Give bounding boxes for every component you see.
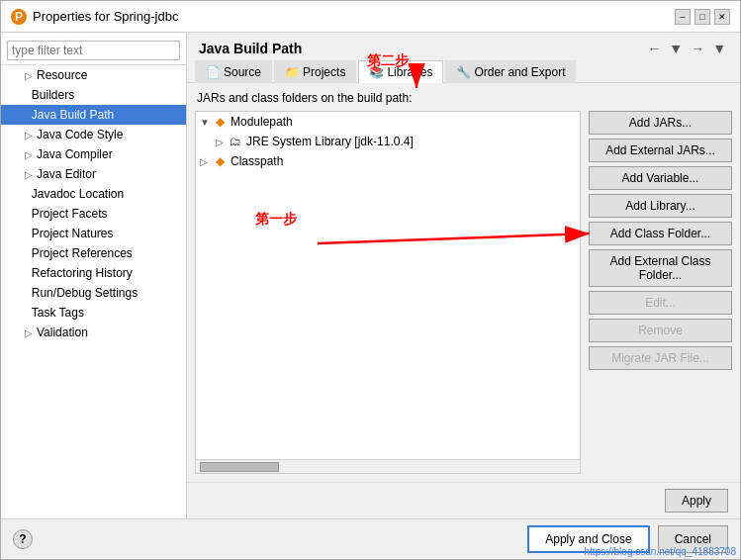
source-tab-icon: 📄 <box>206 65 220 79</box>
sidebar-item-project-references[interactable]: Project References <box>1 243 186 263</box>
sidebar-item-run-debug-settings[interactable]: Run/Debug Settings <box>1 283 186 303</box>
filter-box <box>1 37 186 65</box>
nav-back-button[interactable]: ← <box>645 41 663 56</box>
expand-arrow: ▷ <box>25 70 33 81</box>
sidebar-item-refactoring-history[interactable]: Refactoring History <box>1 263 186 283</box>
add-library-button[interactable]: Add Library... <box>589 194 732 218</box>
nav-dropdown2-button[interactable]: ▼ <box>710 41 728 56</box>
sidebar-item-resource[interactable]: ▷ Resource <box>1 65 186 85</box>
sidebar-item-java-code-style[interactable]: ▷ Java Code Style <box>1 125 186 144</box>
tree-expand-modulepath[interactable]: ▼ <box>200 117 212 128</box>
add-external-class-folder-button[interactable]: Add External Class Folder... <box>589 249 732 287</box>
annotation-step1: 第一步 <box>255 211 297 229</box>
edit-button[interactable]: Edit... <box>589 291 732 315</box>
horizontal-scrollbar[interactable] <box>195 460 581 474</box>
expand-arrow: ▷ <box>25 149 33 160</box>
sidebar-item-project-facets[interactable]: Project Facets <box>1 204 186 224</box>
sidebar-item-label: Validation <box>37 326 88 339</box>
sidebar-item-label: Java Code Style <box>37 128 123 141</box>
sidebar-item-label: Refactoring History <box>32 266 133 280</box>
apply-button[interactable]: Apply <box>665 489 728 513</box>
add-class-folder-button[interactable]: Add Class Folder... <box>589 222 732 245</box>
footer-left: ? <box>13 529 33 549</box>
content-header: Java Build Path ← ▼ → ▼ <box>187 33 740 60</box>
tree-area[interactable]: ▼ ◆ Modulepath ▷ 🗂 JRE System Library [j… <box>195 111 581 460</box>
expand-arrow <box>25 209 28 220</box>
sidebar-item-java-editor[interactable]: ▷ Java Editor <box>1 164 186 184</box>
sidebar-item-java-build-path[interactable]: Java Build Path <box>1 105 186 125</box>
tree-container: ▼ ◆ Modulepath ▷ 🗂 JRE System Library [j… <box>195 111 581 474</box>
classpath-icon: ◆ <box>212 153 228 169</box>
tab-bar: 📄 Source 📁 Projects 📚 Libraries 🔧 Order … <box>187 60 740 83</box>
libraries-tab-icon: 📚 <box>369 65 383 79</box>
expand-arrow <box>25 90 28 101</box>
title-bar-left: P Properties for Spring-jdbc <box>11 9 178 25</box>
sidebar-item-label: Project Facets <box>32 207 108 221</box>
tree-item-jre-label: JRE System Library [jdk-11.0.4] <box>246 135 414 148</box>
sidebar-item-label: Java Build Path <box>32 108 114 122</box>
sidebar-item-label: Resource <box>37 68 87 82</box>
add-external-jars-button[interactable]: Add External JARs... <box>589 139 732 162</box>
tree-item-classpath[interactable]: ▷ ◆ Classpath <box>196 151 580 171</box>
expand-arrow: ▷ <box>25 130 33 140</box>
maximize-button[interactable]: □ <box>695 9 710 25</box>
add-variable-button[interactable]: Add Variable... <box>589 166 732 190</box>
content-area: Java Build Path ← ▼ → ▼ 📄 Source 📁 Proje… <box>187 33 740 518</box>
panel-description: JARs and class folders on the build path… <box>195 91 732 105</box>
app-icon: P <box>11 9 27 25</box>
projects-tab-icon: 📁 <box>285 65 299 79</box>
title-bar: P Properties for Spring-jdbc – □ ✕ <box>1 1 740 33</box>
nav-forward-button[interactable]: → <box>689 41 706 56</box>
action-buttons-panel: Add JARs... Add External JARs... Add Var… <box>589 111 732 474</box>
tree-item-modulepath-label: Modulepath <box>231 115 293 129</box>
sidebar-item-project-natures[interactable]: Project Natures <box>1 224 186 243</box>
close-button[interactable]: ✕ <box>714 9 730 25</box>
tab-projects-label: Projects <box>303 65 345 79</box>
scrollbar-thumb[interactable] <box>200 462 279 472</box>
expand-arrow: ▷ <box>25 327 33 338</box>
help-button[interactable]: ? <box>13 529 33 549</box>
sidebar-item-builders[interactable]: Builders <box>1 85 186 105</box>
tree-item-jre[interactable]: ▷ 🗂 JRE System Library [jdk-11.0.4] <box>196 132 580 151</box>
nav-arrows: ← ▼ → ▼ <box>645 41 728 56</box>
apply-close-button[interactable]: Apply and Close <box>527 525 649 553</box>
nav-dropdown-button[interactable]: ▼ <box>667 41 685 56</box>
tree-expand-jre[interactable]: ▷ <box>216 137 228 147</box>
sidebar-item-task-tags[interactable]: Task Tags <box>1 303 186 323</box>
modulepath-icon: ◆ <box>212 114 228 130</box>
jre-icon: 🗂 <box>228 134 243 149</box>
apply-row: Apply <box>187 482 740 518</box>
tree-item-classpath-label: Classpath <box>231 154 283 168</box>
order-tab-icon: 🔧 <box>456 65 470 79</box>
expand-arrow <box>25 110 28 121</box>
tab-libraries[interactable]: 📚 Libraries <box>358 60 443 83</box>
remove-button[interactable]: Remove <box>589 319 732 342</box>
title-controls: – □ ✕ <box>675 9 730 25</box>
sidebar-item-label: Project Natures <box>32 227 114 240</box>
main-area: ▷ Resource Builders Java Build Path ▷ Ja… <box>1 33 740 518</box>
filter-input[interactable] <box>7 41 180 60</box>
expand-arrow: ▷ <box>25 169 33 180</box>
expand-arrow <box>25 248 28 259</box>
sidebar-item-java-compiler[interactable]: ▷ Java Compiler <box>1 144 186 164</box>
sidebar-item-label: Run/Debug Settings <box>32 286 138 300</box>
dialog: P Properties for Spring-jdbc – □ ✕ ▷ Res… <box>0 0 741 560</box>
sidebar-item-javadoc-location[interactable]: Javadoc Location <box>1 184 186 204</box>
tree-item-modulepath[interactable]: ▼ ◆ Modulepath <box>196 112 580 132</box>
sidebar-item-label: Builders <box>32 88 74 102</box>
tab-source-label: Source <box>224 65 261 79</box>
minimize-button[interactable]: – <box>675 9 691 25</box>
sidebar: ▷ Resource Builders Java Build Path ▷ Ja… <box>1 33 187 518</box>
sidebar-item-validation[interactable]: ▷ Validation <box>1 323 186 342</box>
add-jars-button[interactable]: Add JARs... <box>589 111 732 135</box>
tab-order-export[interactable]: 🔧 Order and Export <box>445 60 576 83</box>
footer-right: Apply and Close Cancel <box>527 525 728 553</box>
tab-source[interactable]: 📄 Source <box>195 60 272 83</box>
expand-arrow <box>25 268 28 279</box>
tab-libraries-label: Libraries <box>387 65 432 79</box>
tab-projects[interactable]: 📁 Projects <box>274 60 356 83</box>
tab-order-label: Order and Export <box>474 65 565 79</box>
cancel-button[interactable]: Cancel <box>658 525 728 553</box>
migrate-jar-button[interactable]: Migrate JAR File... <box>589 346 732 370</box>
tree-expand-classpath[interactable]: ▷ <box>200 156 212 167</box>
